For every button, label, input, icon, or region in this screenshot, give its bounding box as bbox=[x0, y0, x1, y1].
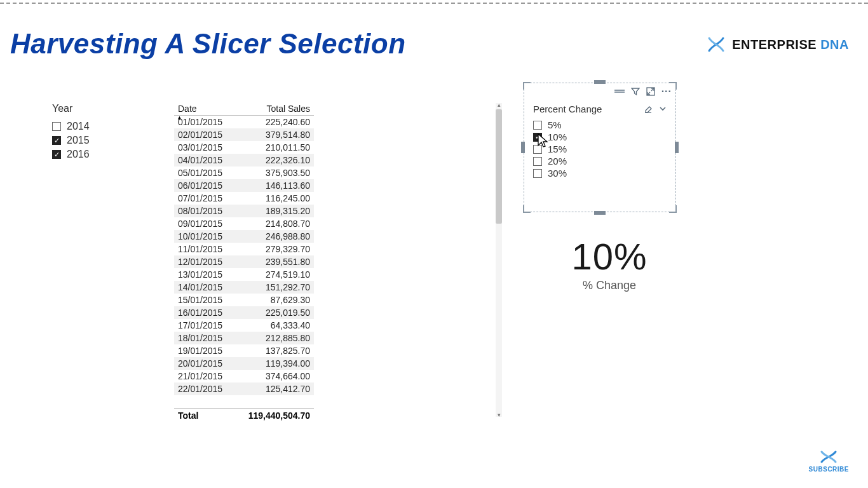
percent-option[interactable]: ✓10% bbox=[533, 131, 660, 143]
checkbox-icon[interactable]: ✓ bbox=[52, 150, 61, 159]
cell-date: 10/01/2015 bbox=[174, 230, 237, 243]
table-row[interactable]: 10/01/2015246,988.80 bbox=[174, 230, 314, 243]
cell-date: 12/01/2015 bbox=[174, 255, 237, 268]
checkbox-icon[interactable] bbox=[533, 169, 542, 178]
cell-sales: 225,240.60 bbox=[237, 116, 314, 128]
percent-option-label: 5% bbox=[548, 119, 562, 130]
percent-change-card[interactable]: 10% % Change bbox=[524, 235, 695, 330]
cell-date: 16/01/2015 bbox=[174, 306, 237, 319]
cell-sales: 214,808.70 bbox=[237, 217, 314, 230]
percent-option-label: 30% bbox=[548, 168, 567, 179]
table-row[interactable]: 11/01/2015279,329.70 bbox=[174, 243, 314, 255]
percent-option-label: 10% bbox=[548, 132, 567, 142]
year-option-label: 2015 bbox=[67, 135, 90, 146]
table-row[interactable]: 14/01/2015151,292.70 bbox=[174, 281, 314, 294]
col-header-total-sales[interactable]: Total Sales bbox=[237, 102, 314, 116]
clear-selection-icon[interactable] bbox=[644, 105, 653, 114]
cell-date: 02/01/2015 bbox=[174, 128, 237, 141]
percent-option[interactable]: 5% bbox=[533, 119, 660, 131]
cell-date: 08/01/2015 bbox=[174, 205, 237, 217]
filter-icon[interactable] bbox=[631, 87, 640, 96]
subscribe-badge[interactable]: SUBSCRIBE bbox=[809, 449, 849, 473]
cell-sales: 274,519.10 bbox=[237, 268, 314, 281]
year-option-label: 2016 bbox=[67, 149, 90, 160]
year-option-label: 2014 bbox=[67, 121, 90, 132]
percent-option[interactable]: 15% bbox=[533, 143, 660, 155]
resize-handle-bl[interactable] bbox=[523, 205, 531, 213]
more-options-icon[interactable]: ··· bbox=[661, 86, 672, 97]
brand-text-2: DNA bbox=[820, 37, 849, 51]
sales-table-visual[interactable]: Date ▲ Total Sales 01/01/2015225,240.600… bbox=[174, 102, 505, 438]
focus-mode-icon[interactable] bbox=[646, 87, 655, 96]
table-row[interactable]: 04/01/2015222,326.10 bbox=[174, 154, 314, 166]
cell-sales: 210,011.50 bbox=[237, 141, 314, 154]
cell-date: 17/01/2015 bbox=[174, 319, 237, 332]
table-row[interactable]: 21/01/2015374,664.00 bbox=[174, 370, 314, 383]
table-row[interactable]: 09/01/2015214,808.70 bbox=[174, 217, 314, 230]
checkbox-icon[interactable] bbox=[533, 121, 542, 130]
cell-sales: 125,412.70 bbox=[237, 383, 314, 395]
table-row[interactable]: 01/01/2015225,240.60 bbox=[174, 116, 314, 128]
table-row[interactable]: 12/01/2015239,551.80 bbox=[174, 255, 314, 268]
resize-handle-top[interactable] bbox=[594, 80, 606, 84]
cell-date: 11/01/2015 bbox=[174, 243, 237, 255]
table-row[interactable]: 16/01/2015225,019.50 bbox=[174, 306, 314, 319]
table-row[interactable]: 17/01/201564,333.40 bbox=[174, 319, 314, 332]
cell-sales: 119,394.00 bbox=[237, 357, 314, 370]
year-option[interactable]: ✓2016 bbox=[52, 147, 147, 161]
table-row[interactable]: 06/01/2015146,113.60 bbox=[174, 179, 314, 192]
table-row[interactable]: 22/01/2015125,412.70 bbox=[174, 383, 314, 395]
year-slicer-title: Year bbox=[52, 103, 147, 114]
cell-sales: 146,113.60 bbox=[237, 179, 314, 192]
checkbox-icon[interactable] bbox=[533, 157, 542, 166]
checkbox-icon[interactable]: ✓ bbox=[52, 136, 61, 145]
resize-handle-bottom[interactable] bbox=[594, 211, 606, 215]
drag-grip-icon[interactable] bbox=[614, 89, 625, 94]
cell-date: 07/01/2015 bbox=[174, 192, 237, 205]
checkbox-icon[interactable] bbox=[52, 122, 61, 131]
cell-sales: 137,825.70 bbox=[237, 344, 314, 357]
chevron-down-icon[interactable] bbox=[659, 105, 667, 112]
sales-table-total-row: Total 119,440,504.70 bbox=[174, 408, 314, 423]
resize-handle-left[interactable] bbox=[521, 142, 525, 153]
year-option[interactable]: ✓2015 bbox=[52, 133, 147, 147]
resize-handle-br[interactable] bbox=[669, 205, 677, 213]
scroll-up-icon[interactable]: ▴ bbox=[496, 102, 502, 108]
table-row[interactable]: 13/01/2015274,519.10 bbox=[174, 268, 314, 281]
year-slicer[interactable]: Year 2014✓2015✓2016 bbox=[52, 103, 147, 161]
page-title: Harvesting A Slicer Selection bbox=[10, 28, 406, 60]
cell-sales: 279,329.70 bbox=[237, 243, 314, 255]
year-option[interactable]: 2014 bbox=[52, 119, 147, 133]
cell-sales: 239,551.80 bbox=[237, 255, 314, 268]
scroll-down-icon[interactable]: ▾ bbox=[496, 412, 502, 418]
checkbox-icon[interactable]: ✓ bbox=[533, 133, 542, 142]
cell-sales: 189,315.20 bbox=[237, 205, 314, 217]
percent-option[interactable]: 20% bbox=[533, 155, 660, 167]
resize-handle-tl[interactable] bbox=[523, 82, 531, 90]
checkbox-icon[interactable] bbox=[533, 145, 542, 154]
table-row[interactable]: 02/01/2015379,514.80 bbox=[174, 128, 314, 141]
percent-option[interactable]: 30% bbox=[533, 167, 660, 179]
resize-handle-right[interactable] bbox=[675, 142, 679, 153]
table-row[interactable]: 07/01/2015116,245.00 bbox=[174, 192, 314, 205]
table-row[interactable]: 05/01/2015375,903.50 bbox=[174, 166, 314, 179]
decorative-rule bbox=[0, 3, 868, 4]
table-row[interactable]: 20/01/2015119,394.00 bbox=[174, 357, 314, 370]
cell-date: 21/01/2015 bbox=[174, 370, 237, 383]
table-row[interactable]: 18/01/2015212,885.80 bbox=[174, 332, 314, 344]
cell-sales: 379,514.80 bbox=[237, 128, 314, 141]
dna-icon bbox=[818, 449, 839, 464]
card-value: 10% bbox=[524, 235, 695, 278]
table-row[interactable]: 15/01/201587,629.30 bbox=[174, 294, 314, 306]
table-row[interactable]: 03/01/2015210,011.50 bbox=[174, 141, 314, 154]
percent-change-slicer[interactable]: ··· Percent Change 5%✓10%15%20%30% bbox=[524, 83, 676, 212]
scroll-thumb[interactable] bbox=[496, 109, 502, 224]
table-row[interactable]: 19/01/2015137,825.70 bbox=[174, 344, 314, 357]
cell-date: 09/01/2015 bbox=[174, 217, 237, 230]
col-header-date[interactable]: Date ▲ bbox=[174, 102, 237, 116]
table-row[interactable]: 08/01/2015189,315.20 bbox=[174, 205, 314, 217]
sales-table-body: 01/01/2015225,240.6002/01/2015379,514.80… bbox=[174, 116, 314, 395]
cell-date: 01/01/2015 bbox=[174, 116, 237, 128]
cell-date: 14/01/2015 bbox=[174, 281, 237, 294]
table-scrollbar[interactable]: ▴ ▾ bbox=[496, 103, 502, 417]
